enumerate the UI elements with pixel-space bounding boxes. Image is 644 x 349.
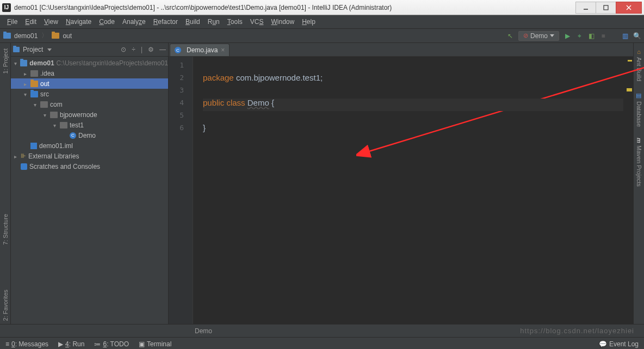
main-menu-bar: File Edit View Navigate Code Analyze Ref… [0,15,644,29]
right-tool-strip: ⌂Ant Build ▤Database mMaven Projects [633,43,644,324]
warning-marker[interactable] [627,88,632,91]
right-tab-ant[interactable]: ⌂Ant Build [635,45,643,84]
gear-icon[interactable]: ⚙ [148,46,154,53]
nav-separator: 〉 [41,31,48,40]
run-button[interactable]: ▶ [564,32,571,40]
menu-file[interactable]: File [3,16,21,27]
expand-target-icon[interactable]: ÷ [132,46,135,53]
folder-icon [52,33,59,39]
menu-build[interactable]: Build [182,16,204,27]
module-file-icon [30,143,37,149]
warning-marker[interactable] [628,60,632,62]
toolwin-eventlog[interactable]: 💬 Event Log [599,340,639,348]
stop-button[interactable]: ■ [599,32,607,40]
svg-rect-1 [604,5,608,10]
collapse-all-icon[interactable]: ⊙ [121,46,126,53]
editor-area: C Demo.java × 123 456 package com.bjpowe… [169,43,633,324]
toolwin-terminal[interactable]: ▣ Terminal [139,340,171,348]
run-config-selector[interactable]: ⊘ Demo [518,31,559,41]
project-structure-button[interactable]: ▥ [621,32,629,40]
left-tool-strip: 1: Project 7: Structure 2: Favorites [0,43,11,324]
editor-gutter: 123 456 [169,57,193,324]
navigation-bar: demo01 〉 out ↖ ⊘ Demo ▶ ⌖ ◧ ■ ▥ 🔍 [0,29,644,43]
class-icon: C [175,47,181,53]
tool-window-bar: ≡ 0: Messages ▶ 4: Run ≔ 6: TODO ▣ Termi… [0,337,644,349]
editor-tab-bar: C Demo.java × [169,43,633,57]
left-tab-structure[interactable]: 7: Structure [1,211,10,248]
menu-analyze[interactable]: Analyze [119,16,150,27]
tree-external-libs[interactable]: ⊪External Libraries [11,151,168,161]
editor-body[interactable]: 123 456 package com.bjpowernode.test1; p… [169,57,633,324]
project-panel-header: Project ⊙ ÷ | ⚙ — [11,43,168,57]
chevron-down-icon [550,34,554,37]
tree-src[interactable]: src [11,89,168,99]
coverage-button[interactable]: ◧ [587,32,595,40]
libraries-icon: ⊪ [21,152,26,160]
nav-root[interactable]: demo01 [14,32,38,40]
menu-refactor[interactable]: Refactor [150,16,182,27]
breadcrumb-item[interactable]: Demo [195,327,212,335]
close-tab-icon[interactable]: × [221,46,225,54]
code-editor[interactable]: package com.bjpowernode.test1; public cl… [193,57,633,324]
menu-edit[interactable]: Edit [21,16,40,27]
tree-com[interactable]: com [11,99,168,109]
tree-idea[interactable]: .idea [11,68,168,78]
menu-code[interactable]: Code [95,16,119,27]
run-config-clear-icon: ⊘ [523,32,528,39]
toolwin-run[interactable]: ▶ 4: Run [58,340,84,348]
right-tab-database[interactable]: ▤Database [634,89,643,130]
toolwin-messages[interactable]: ≡ 0: Messages [5,340,48,348]
menu-view[interactable]: View [40,16,62,27]
tree-bjpowernode[interactable]: bjpowernode [11,109,168,120]
menu-tools[interactable]: Tools [224,16,246,27]
class-icon: C [70,132,76,139]
search-everywhere-button[interactable]: 🔍 [633,32,641,40]
menu-vcs[interactable]: VCS [246,16,268,27]
toolwin-todo[interactable]: ≔ 6: TODO [94,340,129,348]
menu-navigate[interactable]: Navigate [62,16,95,27]
window-title: demo01 [C:\Users\tangxin\IdeaProjects\de… [14,4,576,11]
left-tab-favorites[interactable]: 2: Favorites [1,286,10,324]
tree-root[interactable]: demo01C:\Users\tangxin\IdeaProjects\demo… [11,58,168,68]
tree-iml[interactable]: demo01.iml [11,140,168,151]
project-tree[interactable]: demo01C:\Users\tangxin\IdeaProjects\demo… [11,57,168,324]
menu-window[interactable]: Window [267,16,298,27]
minimize-button[interactable] [575,2,596,14]
window-titlebar: IJ demo01 [C:\Users\tangxin\IdeaProjects… [0,0,644,15]
close-button[interactable] [616,2,642,14]
maximize-button[interactable] [596,2,616,14]
chevron-down-icon[interactable] [47,48,52,51]
tree-scratches[interactable]: Scratches and Consoles [11,161,168,172]
tree-out[interactable]: out [11,78,168,89]
watermark-text: https://blog.csdn.net/laoyezhiei [520,327,634,335]
editor-tab[interactable]: C Demo.java × [170,44,230,56]
debug-button[interactable]: ⌖ [575,32,583,40]
module-folder-icon [3,33,11,39]
back-icon[interactable]: ↖ [506,32,514,40]
menu-run[interactable]: Run [204,16,224,27]
hide-panel-icon[interactable]: — [159,46,166,53]
app-logo-icon: IJ [2,3,11,12]
right-tab-maven[interactable]: mMaven Projects [635,134,643,190]
tree-demo-class[interactable]: CDemo [11,130,168,140]
scratches-icon [21,163,27,170]
project-panel-title[interactable]: Project [23,46,43,53]
run-config-name: Demo [530,32,548,40]
editor-tab-label: Demo.java [187,46,218,54]
project-view-icon [13,47,20,52]
nav-out[interactable]: out [63,32,72,40]
project-panel: Project ⊙ ÷ | ⚙ — demo01C:\Users\tangxin… [11,43,169,324]
tree-test1[interactable]: test1 [11,120,168,130]
left-tab-project[interactable]: 1: Project [1,45,10,77]
menu-help[interactable]: Help [298,16,319,27]
